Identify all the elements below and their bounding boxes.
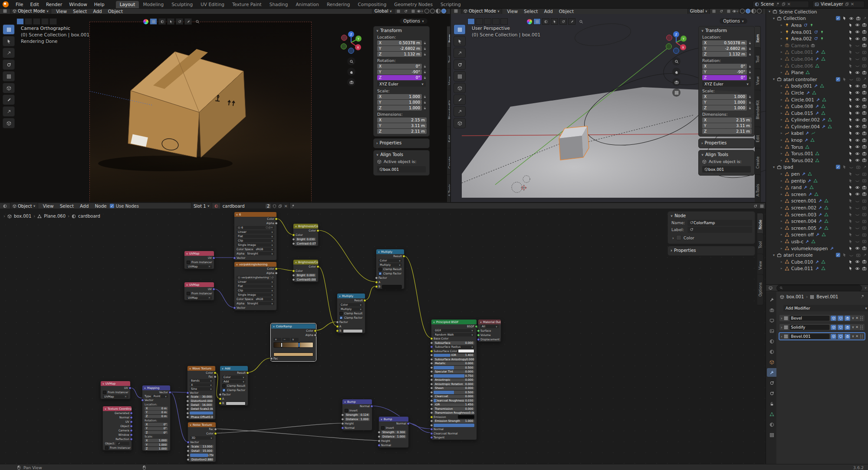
properties-tab-material[interactable] [767, 420, 776, 429]
node-row-ggx[interactable]: GGX∨ [431, 329, 477, 333]
modifier-menu[interactable]: ∨ [852, 334, 854, 338]
node-row-clearcoat[interactable]: Clearcoat0.000 [431, 395, 477, 399]
modifier-toggle-render[interactable] [845, 334, 850, 339]
render-toggle-icon[interactable] [856, 165, 861, 170]
modifier-row-bevel.001[interactable]: ›Bevel.001∨✕ [779, 333, 865, 340]
node-row-clamp-result[interactable]: Clamp Result [376, 267, 404, 271]
dropdown-clip[interactable]: Clip∨ [237, 239, 274, 242]
outliner-row[interactable]: ▸Cube.011 [766, 265, 868, 272]
overlay-btn-4[interactable] [568, 18, 575, 25]
selectable-toggle-icon[interactable] [848, 246, 853, 251]
viewport-search-icon[interactable] [579, 20, 583, 24]
tool-transform[interactable] [454, 83, 466, 93]
dropdown-flat[interactable]: Flat∨ [237, 235, 274, 238]
node-row-detail[interactable]: Detail16.000 [187, 403, 215, 407]
render-toggle-icon[interactable] [862, 56, 867, 61]
matcap-ball[interactable] [143, 19, 148, 24]
socket[interactable] [246, 372, 249, 375]
lock-icon[interactable] [748, 47, 752, 50]
color-swatch[interactable] [458, 349, 474, 353]
selectable-toggle-icon[interactable] [842, 253, 847, 257]
outliner-row[interactable]: ▸Cube.008 [766, 103, 868, 110]
shader-sidebar-tab-options[interactable]: Options [757, 274, 763, 305]
lock-icon[interactable] [423, 95, 427, 98]
outliner-row[interactable]: ▸body.001 [766, 83, 868, 90]
node-row-sine[interactable]: Sine∨ [187, 387, 215, 391]
disclosure-triangle[interactable]: ▸ [781, 267, 785, 270]
viewlayer-x[interactable]: ✕ [851, 2, 854, 7]
visibility-toggle-icon[interactable] [855, 239, 860, 244]
color-chip[interactable] [676, 235, 681, 240]
collection-checkbox[interactable]: ✓ [836, 165, 840, 169]
value-field[interactable]: X0 m [145, 407, 168, 410]
node-row-specular[interactable]: Specular0.500 [431, 366, 477, 370]
active-object-button[interactable]: box.001 [377, 166, 426, 173]
disclosure-triangle[interactable]: ▸ [781, 240, 785, 243]
socket[interactable] [314, 334, 317, 337]
tool-measure[interactable] [454, 106, 466, 117]
node-row-swatchfield[interactable] [271, 352, 316, 356]
outliner-row[interactable]: ▸Cube.010 [766, 258, 868, 265]
unlink-icon[interactable]: ✕ [274, 276, 274, 279]
workspace-tab-texture-paint[interactable]: Texture Paint [228, 1, 266, 8]
dropdown-bands[interactable]: Bands∨ [190, 379, 213, 382]
color-swatch[interactable] [343, 329, 363, 333]
shading-solid-button[interactable] [430, 9, 435, 13]
lock-icon[interactable] [423, 47, 427, 50]
collection-checkbox[interactable]: ✓ [836, 16, 840, 20]
menu-window[interactable]: Window [66, 2, 90, 7]
fake-user-icon[interactable] [273, 204, 276, 208]
value-field[interactable]: Bright0.000 [296, 274, 316, 277]
node-row-scale[interactable]: Scale30.000 [187, 395, 215, 399]
dropdown-multiply[interactable]: Multiply∨ [378, 263, 402, 267]
transform-panel-header[interactable]: ∨Transform [699, 27, 754, 34]
socket[interactable] [214, 371, 217, 374]
dropdown-color-space[interactable]: sRGB∨ [254, 297, 274, 301]
disclosure-triangle[interactable]: ▸ [781, 199, 785, 202]
render-toggle-icon[interactable] [862, 124, 867, 129]
socket[interactable] [430, 362, 433, 365]
nav-camera-button[interactable] [347, 78, 355, 86]
visibility-toggle-icon[interactable] [855, 111, 860, 115]
socket[interactable] [233, 307, 236, 310]
render-toggle-icon[interactable] [856, 77, 861, 82]
disclosure-triangle[interactable]: ▾ [773, 16, 777, 20]
select-mode-2[interactable] [33, 18, 40, 25]
disclosure-triangle[interactable]: ▸ [781, 186, 785, 189]
modifier-toggle-editmode[interactable] [831, 316, 836, 321]
socket[interactable] [292, 270, 295, 273]
render-toggle-icon[interactable] [862, 232, 867, 237]
value-field[interactable]: Emission Strength1.000 [434, 420, 474, 423]
disclosure-triangle[interactable]: ▸ [781, 172, 785, 176]
snap-button-1-left[interactable] [403, 8, 409, 14]
node-row-object-[interactable]: Object: [103, 441, 132, 446]
selectable-toggle-icon[interactable] [848, 57, 853, 61]
shader-menu-view[interactable]: View [40, 203, 57, 209]
socket[interactable] [130, 416, 133, 419]
clear-icon[interactable]: ✕ [208, 265, 210, 268]
active-object-button[interactable]: box.001 [702, 166, 751, 173]
socket[interactable] [275, 272, 278, 275]
node-row-b[interactable]: B [337, 329, 365, 333]
socket[interactable] [275, 268, 278, 271]
render-toggle-icon[interactable] [862, 84, 867, 88]
show-gizmo-icon[interactable] [417, 9, 421, 13]
outliner-row[interactable]: ▸pen [766, 170, 868, 177]
scale-field-X[interactable]: X1.000 [377, 94, 422, 99]
socket[interactable] [187, 445, 190, 448]
workspace-tab-geometry-nodes[interactable]: Geometry Nodes [390, 1, 437, 8]
lock-icon[interactable] [423, 41, 427, 45]
node-row-type[interactable]: TypePoint∨ [142, 394, 170, 398]
select-mode-4[interactable] [49, 18, 57, 25]
value-field[interactable]: Transmission0.000 [434, 407, 474, 411]
editor-type-button-right[interactable] [453, 8, 459, 14]
socket[interactable] [378, 444, 381, 447]
render-toggle-icon[interactable] [862, 151, 867, 156]
visibility-toggle-icon[interactable] [855, 124, 860, 129]
visibility-toggle-icon[interactable] [855, 36, 860, 41]
node-row-clip[interactable]: Clip∨ [234, 238, 276, 243]
node-collapse[interactable]: ∨ [433, 321, 435, 323]
socket[interactable] [130, 421, 133, 424]
node-bump2[interactable]: ∨BumpNormalInvertStrength0.300Distance1.… [378, 416, 409, 448]
socket[interactable] [186, 404, 189, 407]
